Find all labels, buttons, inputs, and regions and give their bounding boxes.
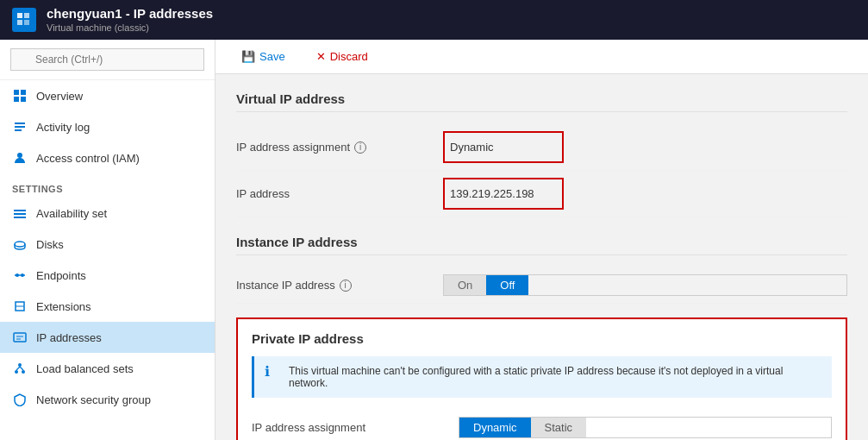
info-banner-text: This virtual machine can't be configured… [289, 365, 821, 389]
svg-point-27 [15, 370, 18, 374]
svg-point-26 [18, 363, 22, 367]
sidebar-item-nsg-label: Network security group [36, 393, 151, 406]
field-value-instance-ip: On Off [443, 274, 847, 296]
svg-point-11 [17, 153, 22, 158]
svg-rect-10 [15, 129, 22, 131]
save-button[interactable]: 💾 Save [233, 47, 294, 66]
svg-rect-7 [21, 97, 26, 102]
title-bar-text: chengyuan1 - IP addresses Virtual machin… [47, 6, 213, 34]
field-row-ip-assignment: IP address assignment i Dynamic [236, 124, 847, 171]
svg-point-15 [15, 242, 25, 247]
field-label-instance-ip: Instance IP address i [236, 279, 443, 292]
svg-rect-2 [17, 20, 22, 25]
ip-address-actual: 139.219.225.198 [450, 185, 557, 203]
private-ip-assignment-toggle: Dynamic Static [459, 417, 832, 438]
sidebar-item-access-control[interactable]: Access control (IAM) [0, 142, 215, 173]
toolbar: 💾 Save ✕ Discard [215, 40, 868, 74]
private-ip-dynamic-button[interactable]: Dynamic [459, 418, 531, 437]
svg-rect-13 [14, 213, 26, 215]
instance-ip-section: Instance IP address Instance IP address … [236, 235, 847, 304]
search-box: 🔍 [0, 40, 215, 80]
instance-ip-off-button[interactable]: Off [486, 275, 528, 295]
field-row-instance-ip: Instance IP address i On Off [236, 267, 847, 304]
ip-assignment-info-icon[interactable]: i [354, 141, 366, 154]
ip-addresses-icon [12, 330, 28, 345]
load-balanced-sets-icon [12, 361, 28, 376]
discard-icon: ✕ [316, 50, 326, 63]
svg-point-19 [16, 273, 19, 277]
sidebar-item-activity-log-label: Activity log [36, 121, 90, 134]
instance-ip-toggle: On Off [443, 274, 847, 296]
private-ip-info-banner: ℹ This virtual machine can't be configur… [252, 356, 832, 398]
field-value-ip-assignment: Dynamic [443, 131, 847, 163]
virtual-ip-section-title: Virtual IP address [236, 91, 847, 112]
field-value-ip-address: Dynamic 139.219.225.198 [443, 178, 847, 210]
discard-label: Discard [330, 50, 368, 63]
svg-rect-4 [14, 90, 19, 95]
svg-rect-0 [17, 13, 22, 18]
info-banner-icon: ℹ [265, 365, 280, 379]
discard-button[interactable]: ✕ Discard [308, 47, 377, 66]
svg-rect-8 [15, 123, 25, 124]
field-label-ip-address: IP address [236, 187, 443, 200]
page-subtitle: Virtual machine (classic) [47, 22, 149, 33]
sidebar: 🔍 Overview Activity log Access control (… [0, 40, 215, 440]
sidebar-item-overview[interactable]: Overview [0, 80, 215, 111]
sidebar-item-network-security-group[interactable]: Network security group [0, 384, 215, 415]
svg-rect-3 [24, 20, 29, 25]
svg-rect-1 [24, 13, 29, 18]
field-value-private-ip-assignment: Dynamic Static [459, 417, 832, 438]
disks-icon [12, 236, 28, 252]
sidebar-item-access-control-label: Access control (IAM) [36, 152, 140, 165]
endpoints-icon [12, 267, 28, 283]
access-control-icon [12, 150, 28, 166]
svg-rect-9 [15, 126, 25, 128]
settings-section-label: SETTINGS [0, 173, 215, 198]
save-icon: 💾 [241, 50, 255, 63]
sidebar-item-extensions-label: Extensions [36, 300, 91, 313]
sidebar-item-overview-label: Overview [36, 90, 83, 103]
instance-ip-on-button[interactable]: On [444, 275, 486, 295]
app-icon [12, 8, 36, 32]
svg-line-29 [16, 367, 20, 370]
ip-assignment-value: Dynamic [450, 138, 557, 156]
instance-ip-section-title: Instance IP address [236, 235, 847, 255]
svg-line-30 [20, 367, 23, 370]
network-security-group-icon [12, 392, 28, 407]
field-row-private-ip-assignment: IP address assignment Dynamic Static [252, 410, 832, 440]
sidebar-item-ip-addresses[interactable]: IP addresses [0, 322, 215, 353]
sidebar-item-disks-label: Disks [36, 238, 64, 251]
svg-rect-14 [14, 217, 26, 218]
field-label-private-ip-assignment: IP address assignment [252, 421, 459, 434]
sidebar-item-extensions[interactable]: Extensions [0, 291, 215, 322]
private-ip-section: Private IP address ℹ This virtual machin… [236, 317, 847, 440]
svg-point-20 [21, 273, 24, 277]
sidebar-item-availability-set[interactable]: Availability set [0, 198, 215, 229]
private-ip-section-title: Private IP address [252, 331, 832, 346]
sidebar-item-activity-log[interactable]: Activity log [0, 111, 215, 142]
availability-set-icon [12, 205, 28, 221]
page-title: chengyuan1 - IP addresses [47, 6, 213, 21]
field-label-ip-assignment: IP address assignment i [236, 141, 443, 154]
svg-rect-23 [14, 333, 26, 342]
svg-point-28 [22, 370, 25, 374]
sidebar-item-availability-set-label: Availability set [36, 207, 107, 220]
sidebar-item-endpoints[interactable]: Endpoints [0, 260, 215, 291]
sidebar-item-load-balanced-sets[interactable]: Load balanced sets [0, 353, 215, 384]
private-ip-static-button[interactable]: Static [531, 418, 587, 437]
field-row-ip-address: IP address Dynamic 139.219.225.198 [236, 171, 847, 217]
search-input[interactable] [10, 48, 204, 71]
sidebar-item-ip-addresses-label: IP addresses [36, 331, 102, 344]
main-content: 💾 Save ✕ Discard Virtual IP address IP a… [215, 40, 868, 440]
save-label: Save [259, 50, 285, 63]
svg-rect-6 [14, 97, 19, 102]
sidebar-item-disks[interactable]: Disks [0, 229, 215, 260]
highlight-box-ip-address: Dynamic 139.219.225.198 [443, 178, 564, 210]
overview-icon [12, 88, 28, 104]
extensions-icon [12, 299, 28, 314]
activity-log-icon [12, 119, 28, 135]
instance-ip-info-icon[interactable]: i [340, 280, 352, 292]
svg-rect-12 [14, 210, 26, 211]
svg-rect-5 [21, 90, 26, 95]
content-area: Virtual IP address IP address assignment… [215, 74, 868, 440]
